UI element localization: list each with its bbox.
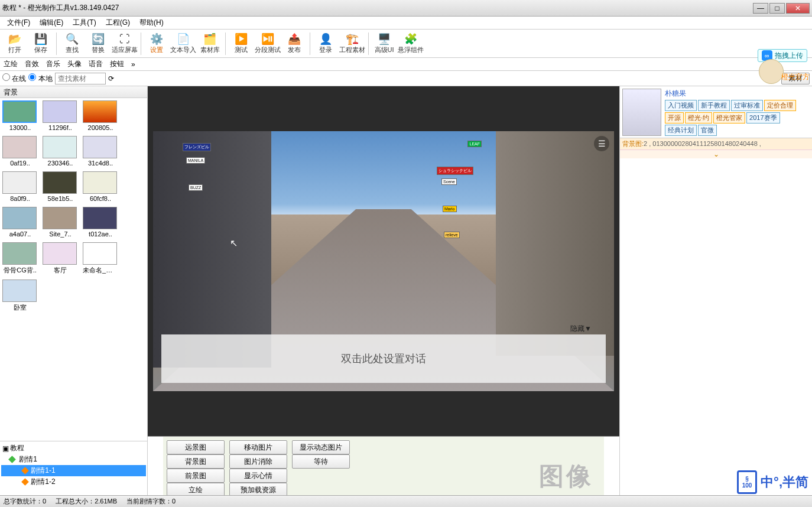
subtab-语音[interactable]: 语音 <box>85 59 106 69</box>
tag-橙光管家[interactable]: 橙光管家 <box>713 112 745 124</box>
素材库-icon: 🗂️ <box>203 32 216 46</box>
tag-定价合理[interactable]: 定价合理 <box>764 100 796 111</box>
minimize-button[interactable]: — <box>753 3 768 14</box>
tag-新手教程[interactable]: 新手教程 <box>698 100 730 111</box>
asset-item[interactable]: 31c4d8.. <box>83 136 118 167</box>
cmd-等待[interactable]: 等待 <box>292 454 350 469</box>
user-name[interactable]: 朴糖果 <box>665 89 810 99</box>
user-box: 朴糖果 入门视频新手教程过审标准定价合理 开源橙光·约橙光管家2017赛季 经典… <box>620 86 812 138</box>
tree-chapter[interactable]: 剧情1 <box>1 454 146 465</box>
cmd-移动图片[interactable]: 移动图片 <box>229 440 287 454</box>
subtab-头像[interactable]: 头像 <box>64 59 85 69</box>
user-avatar[interactable] <box>622 89 661 136</box>
tool-登录[interactable]: 👤登录 <box>313 31 338 57</box>
asset-item[interactable]: a4a07.. <box>2 207 38 238</box>
refresh-icon[interactable]: ⟳ <box>108 74 114 83</box>
tree-root[interactable]: ▣ 教程 <box>1 443 146 454</box>
menu-工具(T)[interactable]: 工具(T) <box>68 18 100 28</box>
tool-查找[interactable]: 🔍查找 <box>60 31 85 57</box>
brand-text: 橙光官方 <box>781 72 810 82</box>
tool-文本导入[interactable]: 📄文本导入 <box>170 31 196 57</box>
menu-工程(G)[interactable]: 工程(G) <box>101 18 135 28</box>
preview-canvas[interactable]: フレンズビル MANILA BUZZ LEAF シュラシックビル Scene M… <box>153 131 614 391</box>
status-curwords: 当前剧情字数：0 <box>126 497 176 506</box>
bottom-command-bar: 消息逻辑效果图像 远景图移动图片显示动态图片背景图图片消除等待前景图显示心情立绘… <box>148 436 619 495</box>
asset-item[interactable]: 200805.. <box>83 100 118 131</box>
tool-发布[interactable]: 📤发布 <box>282 31 307 57</box>
tool-替换[interactable]: 🔄替换 <box>86 31 111 57</box>
asset-item[interactable]: 卧室 <box>2 280 38 312</box>
tag-2017赛季[interactable]: 2017赛季 <box>746 112 779 124</box>
subtab-立绘[interactable]: 立绘 <box>0 59 21 69</box>
发布-icon: 📤 <box>288 32 301 46</box>
asset-category-tabs: 立绘音效音乐头像语音按钮» <box>0 58 812 71</box>
tool-设置[interactable]: ⚙️设置 <box>144 31 169 57</box>
分段测试-icon: ⏯️ <box>261 32 274 46</box>
asset-item[interactable]: 13000.. <box>2 100 38 131</box>
dialog-hint: 双击此处设置对话 <box>341 352 426 366</box>
tool-高级UI[interactable]: 🖥️高级UI <box>372 31 397 57</box>
tool-测试[interactable]: ▶️测试 <box>229 31 254 57</box>
canvas-menu-icon[interactable]: ☰ <box>594 136 609 151</box>
asset-item[interactable]: Site_7.. <box>43 207 78 238</box>
cmd-前景图[interactable]: 前景图 <box>167 469 225 483</box>
tool-工程素材[interactable]: 🏗️工程素材 <box>339 31 365 57</box>
tool-保存[interactable]: 💾保存 <box>28 31 53 57</box>
close-button[interactable]: ✕ <box>786 3 810 14</box>
tree-leaf[interactable]: 剧情1-1 <box>1 465 146 476</box>
asset-item[interactable]: 60fcf8.. <box>83 171 118 202</box>
dialog-box[interactable]: 隐藏▼ 双击此处设置对话 <box>161 334 606 383</box>
expand-row[interactable]: ⌄ <box>620 150 812 158</box>
canvas-area: フレンズビル MANILA BUZZ LEAF シュラシックビル Scene M… <box>148 86 619 436</box>
asset-item[interactable]: t012ae.. <box>83 207 118 238</box>
cmd-远景图[interactable]: 远景图 <box>167 440 225 454</box>
asset-item[interactable]: 8a0f9.. <box>2 171 38 202</box>
cmd-背景图[interactable]: 背景图 <box>167 454 225 469</box>
asset-item[interactable]: 230346.. <box>43 136 78 167</box>
tag-橙光·约[interactable]: 橙光·约 <box>685 112 712 124</box>
window-title: 教程 * - 橙光制作工具v1.38.149.0427 <box>2 3 119 13</box>
right-panel: 朴糖果 入门视频新手教程过审标准定价合理 开源橙光·约橙光管家2017赛季 经典… <box>619 86 812 495</box>
asset-item[interactable]: 0af19.. <box>2 136 38 167</box>
asset-item[interactable]: 58e1b5.. <box>43 171 78 202</box>
subtab-按钮[interactable]: 按钮 <box>106 59 128 69</box>
适应屏幕-icon: ⛶ <box>118 32 131 46</box>
source-online[interactable]: 在线 <box>2 73 26 84</box>
tree-leaf[interactable]: 剧情1-2 <box>1 476 146 488</box>
查找-icon: 🔍 <box>66 32 79 46</box>
asset-search-row: 在线 本地 ⟳ 素材 <box>0 71 812 86</box>
subtab-音效[interactable]: 音效 <box>21 59 43 69</box>
asset-item[interactable]: 客厅 <box>43 242 78 275</box>
asset-item[interactable]: 11296f.. <box>43 100 78 131</box>
cmd-图片消除[interactable]: 图片消除 <box>229 454 287 469</box>
subtab-音乐[interactable]: 音乐 <box>43 59 64 69</box>
menu-bar: 文件(F)编辑(E)工具(T)工程(G)帮助(H) <box>0 17 812 30</box>
保存-icon: 💾 <box>34 32 47 46</box>
menu-编辑(E)[interactable]: 编辑(E) <box>35 18 68 28</box>
tool-悬浮组件[interactable]: 🧩悬浮组件 <box>398 31 424 57</box>
tag-过审标准[interactable]: 过审标准 <box>731 100 763 111</box>
left-panel: 背景 13000..11296f..200805..0af19..230346.… <box>0 86 148 495</box>
tag-入门视频[interactable]: 入门视频 <box>665 100 697 111</box>
source-local[interactable]: 本地 <box>28 73 52 84</box>
tool-素材库[interactable]: 🗂️素材库 <box>197 31 222 57</box>
menu-帮助(H)[interactable]: 帮助(H) <box>135 18 168 28</box>
hide-dialog-button[interactable]: 隐藏▼ <box>570 324 592 334</box>
menu-文件(F)[interactable]: 文件(F) <box>2 18 35 28</box>
cmd-显示动态图片[interactable]: 显示动态图片 <box>292 440 350 454</box>
高级UI-icon: 🖥️ <box>378 32 391 46</box>
maximize-button[interactable]: □ <box>769 3 785 14</box>
测试-icon: ▶️ <box>235 32 248 46</box>
subtab-»[interactable]: » <box>128 60 139 69</box>
tool-打开[interactable]: 📂打开 <box>2 31 27 57</box>
cmd-显示心情[interactable]: 显示心情 <box>229 469 287 483</box>
asset-item[interactable]: 骨骨CG背.. <box>2 242 38 275</box>
bg-id-row: 背景图:2 , 01300000280411125801480240448 , <box>620 138 812 150</box>
tag-经典计划[interactable]: 经典计划 <box>665 125 697 136</box>
tool-适应屏幕[interactable]: ⛶适应屏幕 <box>112 31 138 57</box>
tag-开源[interactable]: 开源 <box>665 112 684 124</box>
asset-item[interactable]: 未命名_副本.. <box>83 242 118 275</box>
tool-分段测试[interactable]: ⏯️分段测试 <box>255 31 281 57</box>
asset-search-input[interactable] <box>55 73 106 84</box>
tag-官微[interactable]: 官微 <box>698 125 717 136</box>
